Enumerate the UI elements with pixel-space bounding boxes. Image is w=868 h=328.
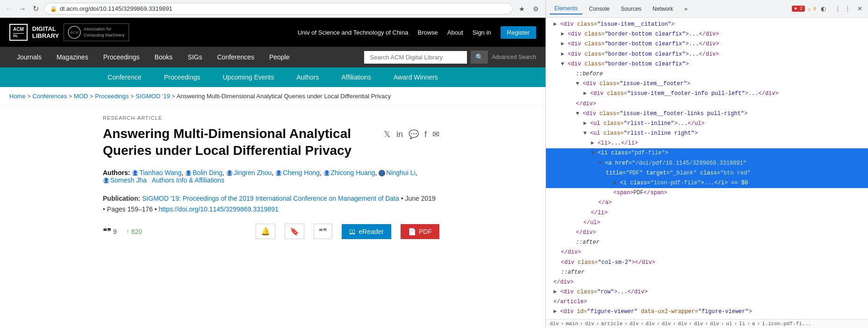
pdf-button[interactable]: 📄 PDF — [401, 224, 439, 239]
refresh-button[interactable]: ↻ — [31, 4, 40, 14]
nav-journals[interactable]: Journals — [9, 48, 49, 66]
devtools-tab-more[interactable]: » — [680, 4, 692, 14]
breadpath-a[interactable]: a — [752, 321, 755, 327]
sub-nav-conference[interactable]: Conference — [96, 69, 152, 86]
breadcrumb-proceedings[interactable]: Proceedings — [95, 93, 129, 100]
linkedin-icon[interactable]: in — [396, 130, 403, 139]
dom-line-10[interactable]: ▼ <div class="issue-item__footer-links p… — [546, 109, 868, 119]
nav-sigs[interactable]: SIGs — [180, 48, 209, 66]
nav-people[interactable]: People — [262, 48, 297, 66]
search-button[interactable]: 🔍 — [471, 51, 488, 64]
author-jingren-zhou[interactable]: Jingren Zhou — [234, 169, 272, 176]
breadcrumb-mod[interactable]: MOD — [74, 93, 88, 100]
advanced-search-link[interactable]: Advanced Search — [492, 54, 536, 60]
dom-line-27[interactable]: </div> — [546, 277, 868, 287]
author-somesh-jha[interactable]: Somesh Jha — [110, 176, 147, 184]
star-button[interactable]: ★ — [516, 4, 527, 14]
dom-line-21[interactable]: </ul> — [546, 218, 868, 228]
nav-books[interactable]: Books — [147, 48, 180, 66]
dom-line-19[interactable]: </a> — [546, 198, 868, 208]
dom-line-13[interactable]: ► <li>...</li> — [546, 138, 868, 148]
forward-button[interactable]: → — [18, 4, 27, 14]
sub-nav-authors[interactable]: Authors — [285, 69, 330, 86]
dom-line-20[interactable]: </li> — [546, 208, 868, 218]
signin-button[interactable]: Sign in — [473, 29, 491, 36]
breadpath-ul[interactable]: ul — [726, 321, 732, 327]
breadpath-div3[interactable]: div — [630, 321, 639, 327]
reddit-icon[interactable]: 💬 — [409, 129, 419, 139]
breadpath-li[interactable]: li — [739, 321, 745, 327]
dom-line-22[interactable]: </div> — [546, 228, 868, 238]
dom-line-9[interactable]: </div> — [546, 99, 868, 109]
author-bolin-ding[interactable]: Bolin Ding — [193, 169, 222, 176]
nav-magazines[interactable]: Magazines — [49, 48, 96, 66]
dom-line-3[interactable]: ► <div class="border-bottom clearfix">..… — [546, 39, 868, 49]
doi-link[interactable]: https://doi.org/10.1145/3299869.3319891 — [159, 205, 279, 213]
facebook-icon[interactable]: f — [424, 130, 427, 139]
devtools-responsive-btn[interactable]: ⎹ — [831, 4, 840, 14]
nav-conferences[interactable]: Conferences — [210, 48, 262, 66]
author-ninghui-li[interactable]: Ninghui Li — [386, 169, 415, 176]
devtools-tab-console[interactable]: Console — [584, 4, 614, 14]
author-tianhao-wang[interactable]: Tianhao Wang — [139, 169, 181, 176]
ereader-button[interactable]: 🕮 eReader — [342, 224, 391, 239]
breadpath-div1[interactable]: div — [550, 321, 559, 327]
breadpath-div8[interactable]: div — [710, 321, 719, 327]
twitter-icon[interactable]: 𝕏 — [384, 129, 391, 139]
dom-line-12[interactable]: ▼ <ul class="rlist--inline right"> — [546, 129, 868, 138]
extensions-button[interactable]: ⚙ — [531, 4, 541, 14]
devtools-close-btn[interactable]: ✕ — [855, 4, 864, 13]
devtools-settings-btn[interactable]: ⋮ — [843, 4, 853, 13]
dom-line-28[interactable]: ► <div class="row">...</div> — [546, 287, 868, 297]
dom-line-29[interactable]: </article> — [546, 297, 868, 307]
dom-line-1[interactable]: ► <div class="issue-item__citation"> — [546, 20, 868, 29]
register-button[interactable]: Register — [501, 26, 536, 39]
dom-line-17[interactable]: ► <i class="icon-pdf-file">...</i> == $0 — [546, 178, 868, 188]
breadpath-icon[interactable]: i.icon-pdf-fi... — [762, 321, 811, 327]
dom-line-4[interactable]: ► <div class="border-bottom clearfix">..… — [546, 50, 868, 59]
devtools-tab-elements[interactable]: Elements — [550, 3, 582, 15]
sub-nav-upcoming-events[interactable]: Upcoming Events — [212, 69, 286, 86]
bell-button[interactable]: 🔔 — [256, 224, 275, 239]
dom-line-2[interactable]: ► <div class="border-bottom clearfix">..… — [546, 29, 868, 39]
sub-nav-award-winners[interactable]: Award Winners — [382, 69, 449, 86]
breadpath-main[interactable]: main — [566, 321, 578, 327]
breadcrumb-sigmod19[interactable]: SIGMOD '19 — [136, 93, 170, 100]
breadpath-div5[interactable]: div — [662, 321, 671, 327]
sub-nav-affiliations[interactable]: Affiliations — [330, 69, 382, 86]
devtools-tab-sources[interactable]: Sources — [616, 4, 646, 14]
authors-info-affiliations-link[interactable]: Authors Info & Affiliations — [152, 176, 224, 184]
breadcrumb-conferences[interactable]: Conferences — [33, 93, 67, 100]
dom-line-7[interactable]: ▼ <div class="issue-item__footer"> — [546, 79, 868, 89]
acm-logo[interactable]: ACM DL — [9, 24, 28, 41]
devtools-tab-network[interactable]: Network — [648, 4, 678, 14]
address-bar[interactable]: 🔒 dl.acm.org/doi/10.1145/3299869.3319891 — [44, 3, 513, 15]
dom-line-15[interactable]: ▼ <a href="/doi/pdf/10.1145/3299869.3319… — [546, 159, 868, 168]
search-input[interactable] — [364, 51, 467, 64]
breadpath-div6[interactable]: div — [678, 321, 687, 327]
dom-line-5[interactable]: ▼ <div class="border-bottom clearfix"> — [546, 59, 868, 69]
breadpath-div4[interactable]: div — [646, 321, 655, 327]
breadpath-article[interactable]: article — [601, 321, 623, 327]
author-cheng-hong[interactable]: Cheng Hong — [283, 169, 320, 176]
dom-line-24[interactable]: </div> — [546, 248, 868, 257]
dom-line-26[interactable]: ::after — [546, 268, 868, 277]
nav-proceedings[interactable]: Proceedings — [96, 48, 147, 66]
author-zhicong-huang[interactable]: Zhicong Huang — [331, 169, 375, 176]
about-button[interactable]: About — [447, 29, 463, 36]
back-button[interactable]: ← — [5, 4, 14, 14]
browse-button[interactable]: Browse — [417, 29, 438, 36]
dom-line-16[interactable]: title="PDF" target="_blank" class="btn r… — [546, 168, 868, 178]
dom-line-30[interactable]: ► <div id="figure-viewer" data-ux2-wrapp… — [546, 307, 868, 317]
quote-button[interactable]: ❝❞ — [314, 224, 332, 239]
devtools-content[interactable]: ► <div class="issue-item__citation"> ► <… — [546, 18, 868, 319]
bookmark-button[interactable]: 🔖 — [285, 224, 304, 239]
breadpath-div2[interactable]: div — [585, 321, 594, 327]
dom-line-23[interactable]: ::after — [546, 238, 868, 248]
dom-line-14[interactable]: ▼ <li class="pdf-file"> — [546, 148, 868, 158]
email-icon[interactable]: ✉ — [432, 129, 439, 139]
breadpath-div7[interactable]: div — [694, 321, 703, 327]
dom-line-8[interactable]: ► <div class="issue-item__footer-info pu… — [546, 89, 868, 99]
breadcrumb-home[interactable]: Home — [9, 93, 26, 100]
dom-line-6[interactable]: ::before — [546, 69, 868, 79]
